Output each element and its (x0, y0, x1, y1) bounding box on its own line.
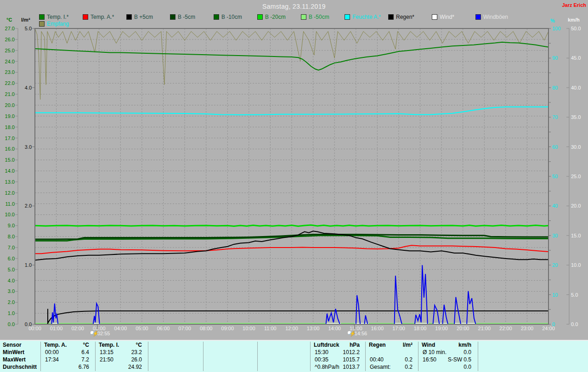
lightning-cloud-icon: ⚡ (348, 331, 354, 337)
humidity-tick-label: 30 (552, 233, 558, 238)
temp-tick-label: 27.0 (5, 26, 15, 31)
temp-tick-label: 20.0 (5, 102, 15, 108)
time-tick-label: 13:00 (307, 326, 320, 331)
event-marker-14-56: ⚡14:56 (348, 330, 368, 337)
temp-tick-label: 4.0 (8, 278, 15, 283)
time-tick-label: 19:00 (435, 326, 448, 331)
temp-axis: 0.01.02.03.04.05.06.07.08.09.010.011.012… (5, 26, 18, 327)
lightning-icon: ⚡ (350, 331, 356, 337)
wind-tick-label: 50.0 (571, 26, 581, 31)
temp-i-value: 23.2 (97, 349, 142, 356)
time-tick-label: 00:00 (28, 326, 41, 331)
temp-tick-label: 0.0 (8, 321, 15, 327)
temp-tick-label: 25.0 (5, 48, 15, 53)
temp-a-value: 6.76 (42, 364, 89, 371)
temp-i-value: 26.0 (97, 356, 142, 363)
temp-tick-label: 22.0 (5, 80, 15, 86)
table-divider (203, 342, 204, 371)
weather-app-screen: Samstag, 23.11.2019 Jarz Erich °C l/m² %… (0, 0, 588, 372)
wind-tick-label: 0.0 (571, 321, 578, 327)
humidity-axis: 0102030405060708090100 (548, 26, 560, 327)
temp-tick-label: 24.0 (5, 59, 15, 64)
table-divider (148, 342, 148, 371)
temp-tick-label: 2.0 (8, 299, 15, 305)
humidity-tick-label: 70 (552, 114, 558, 120)
event-marker-02-55: ⚡02:55 (90, 330, 110, 337)
wind-tick-label: 25.0 (571, 174, 581, 179)
row-label-sensor: Sensor (3, 342, 40, 349)
col-unit-temp-a: °C (42, 342, 89, 349)
wind-tick-label: 45.0 (571, 55, 581, 61)
wind-value: 0.0 (420, 364, 471, 371)
time-tick-label: 12:00 (285, 326, 298, 331)
stats-panel: SensorMinWertMaxWertDurchschnittTemp. A.… (0, 340, 588, 372)
rain-tick-label: 3.0 (25, 144, 32, 150)
wind-tick-label: 5.0 (571, 292, 578, 298)
humidity-tick-label: 60 (552, 144, 558, 150)
col-unit-wind: km/h (420, 342, 471, 349)
temp-tick-label: 11.0 (5, 201, 15, 207)
temp-tick-label: 9.0 (8, 223, 15, 228)
table-divider (365, 342, 366, 371)
wind-tick-label: 30.0 (571, 144, 581, 150)
humidity-tick-label: 10 (552, 292, 558, 298)
temp-tick-label: 15.0 (5, 157, 15, 163)
event-marker-time: 02:55 (97, 331, 110, 336)
temp-tick-label: 17.0 (5, 135, 15, 141)
rain-tick-label: 4.0 (25, 85, 32, 90)
temp-i-value: 24.92 (97, 364, 142, 371)
wind-tick-label: 10.0 (571, 262, 581, 268)
table-divider (257, 342, 258, 371)
temp-tick-label: 5.0 (8, 267, 15, 272)
time-tick-label: 08:00 (200, 326, 213, 331)
time-tick-label: 18:00 (414, 326, 427, 331)
time-tick-label: 04:00 (114, 326, 127, 331)
regen-value: 0.2 (367, 356, 413, 363)
humidity-tick-label: 20 (552, 262, 558, 268)
wind-tick-label: 15.0 (571, 233, 581, 238)
row-label-durchschnitt: Durchschnitt (3, 364, 40, 371)
temp-tick-label: 23.0 (5, 69, 15, 75)
temp-tick-label: 6.0 (8, 256, 15, 261)
time-tick-label: 02:00 (71, 326, 84, 331)
humidity-tick-label: 50 (552, 174, 558, 179)
temp-tick-label: 13.0 (5, 179, 15, 185)
row-label-maxwert: MaxWert (3, 356, 40, 363)
wind-tick-label: 40.0 (571, 85, 581, 90)
time-tick-label: 22:00 (499, 326, 512, 331)
humidity-tick-label: 100 (552, 26, 560, 31)
time-tick-label: 01:00 (50, 326, 63, 331)
col-unit-regen: l/m² (367, 342, 413, 349)
temp-tick-label: 7.0 (8, 245, 15, 250)
col-unit-temp-i: °C (97, 342, 142, 349)
col-unit-luftdruck: hPa (312, 342, 360, 349)
gridlines (35, 28, 548, 324)
lightning-icon: ⚡ (92, 331, 99, 337)
rain-axis: 0.01.02.03.04.05.0 (25, 26, 35, 327)
temp-a-value: 7.2 (42, 356, 89, 363)
lightning-cloud-icon: ⚡ (90, 331, 96, 337)
table-divider (418, 342, 418, 371)
series-empfang (35, 28, 548, 100)
time-tick-label: 14:00 (328, 326, 341, 331)
temp-tick-label: 26.0 (5, 37, 15, 42)
table-divider (478, 342, 478, 371)
rain-tick-label: 5.0 (25, 26, 32, 31)
time-tick-label: 20:00 (457, 326, 469, 331)
time-tick-label: 07:00 (178, 326, 191, 331)
series-b-20cm (35, 225, 548, 226)
temp-tick-label: 12.0 (5, 190, 15, 196)
time-tick-label: 24:00 (542, 326, 555, 331)
wind-value: S-SW 0.5 (420, 356, 471, 363)
wind-tick-label: 35.0 (571, 114, 581, 120)
time-tick-label: 10:00 (243, 326, 255, 331)
temp-a-value: 6.4 (42, 349, 89, 356)
luftdruck-value: 1015.7 (312, 356, 360, 363)
wind-axis: 0.05.010.015.020.025.030.035.040.045.050… (566, 26, 581, 327)
row-label-minwert: MinWert (3, 349, 40, 356)
table-divider (310, 342, 311, 371)
temp-tick-label: 1.0 (8, 310, 15, 316)
time-tick-label: 09:00 (221, 326, 234, 331)
luftdruck-value: 1012.2 (312, 349, 360, 356)
humidity-tick-label: 40 (552, 203, 558, 209)
